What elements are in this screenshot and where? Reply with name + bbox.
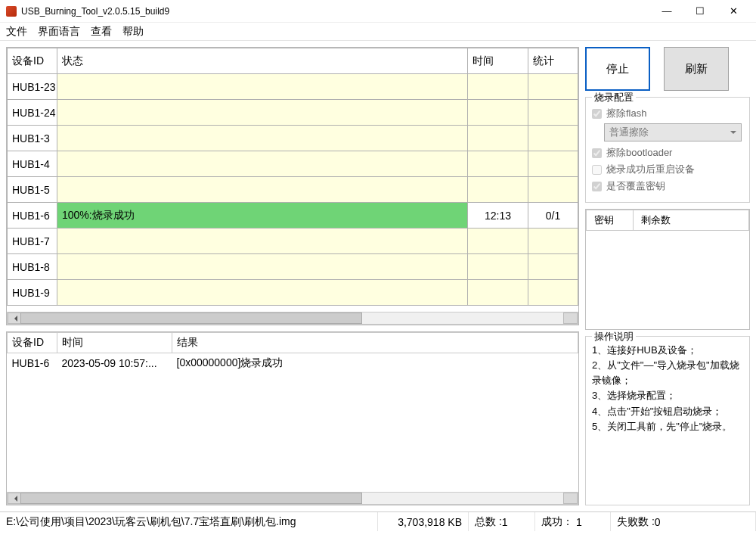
instruction-line: 2、从"文件"—"导入烧录包"加载烧录镜像；	[592, 358, 743, 388]
table-row[interactable]: HUB1-62023-05-09 10:57:...[0x00000000]烧录…	[8, 353, 578, 374]
cell-stat	[528, 254, 578, 280]
status-total: 总数 :1	[469, 512, 535, 531]
instruction-line: 1、连接好HUB及设备；	[592, 343, 743, 358]
log-table: 设备ID 时间 结果 HUB1-62023-05-09 10:57:...[0x…	[7, 332, 578, 373]
table-row[interactable]: HUB1-4	[8, 151, 578, 177]
erase-mode-select[interactable]: 普通擦除	[604, 123, 742, 141]
cell-time	[468, 151, 528, 177]
table-row[interactable]: HUB1-24	[8, 100, 578, 126]
status-bar: E:\公司使用\项目\2023\玩客云\刷机包\7.7宝塔直刷\刷机包.img …	[0, 511, 756, 531]
cell-device-id: HUB1-3	[8, 126, 57, 151]
cell-status	[57, 177, 468, 203]
col-stat[interactable]: 统计	[528, 48, 578, 74]
erase-flash-checkbox[interactable]	[592, 109, 602, 119]
cell-status	[57, 74, 468, 100]
col-time[interactable]: 时间	[468, 48, 528, 74]
cell-time	[468, 254, 528, 280]
instruction-line: 3、选择烧录配置；	[592, 388, 743, 403]
cell-stat	[528, 280, 578, 306]
log-col-id[interactable]: 设备ID	[8, 333, 57, 353]
cell-status	[57, 151, 468, 177]
log-col-result[interactable]: 结果	[172, 333, 578, 353]
window-title: USB_Burning_Tool_v2.0.5.15_build9	[21, 6, 650, 17]
key-table-panel: 密钥 剩余数	[585, 209, 750, 330]
cell-stat	[528, 229, 578, 254]
cell-device-id: HUB1-23	[8, 74, 57, 100]
log-scrollbar[interactable]	[7, 492, 578, 505]
config-title: 烧录配置	[592, 91, 636, 104]
col-status[interactable]: 状态	[57, 48, 468, 74]
key-table: 密钥 剩余数	[586, 210, 749, 231]
cell-log-result: [0x00000000]烧录成功	[172, 353, 578, 374]
table-row[interactable]: HUB1-6100%:烧录成功12:130/1	[8, 203, 578, 229]
cell-log-time: 2023-05-09 10:57:...	[57, 353, 172, 374]
instruction-line: 5、关闭工具前，先"停止"烧录。	[592, 419, 743, 434]
instructions-title: 操作说明	[592, 330, 636, 344]
cell-status	[57, 254, 468, 280]
cell-device-id: HUB1-7	[8, 229, 57, 254]
maximize-button[interactable]: ☐	[683, 1, 717, 22]
cell-stat	[528, 74, 578, 100]
cell-status	[57, 280, 468, 306]
refresh-button[interactable]: 刷新	[664, 47, 729, 91]
menu-file[interactable]: 文件	[6, 25, 27, 39]
burn-config-group: 烧录配置 擦除flash 普通擦除 擦除bootloader 烧录成功后重启设备…	[585, 97, 750, 203]
status-size: 3,703,918 KB	[378, 512, 469, 531]
cell-time	[468, 280, 528, 306]
status-success: 成功： 1	[535, 512, 611, 531]
status-path: E:\公司使用\项目\2023\玩客云\刷机包\7.7宝塔直刷\刷机包.img	[0, 512, 378, 531]
cell-time	[468, 74, 528, 100]
cell-time	[468, 229, 528, 254]
cell-device-id: HUB1-4	[8, 151, 57, 177]
table-row[interactable]: HUB1-23	[8, 74, 578, 100]
cell-stat	[528, 126, 578, 151]
cell-status: 100%:烧录成功	[57, 203, 468, 229]
cell-device-id: HUB1-9	[8, 280, 57, 306]
overwrite-key-checkbox[interactable]	[592, 182, 602, 191]
menu-bar: 文件 界面语言 查看 帮助	[0, 23, 756, 41]
cell-stat	[528, 177, 578, 203]
cell-time	[468, 100, 528, 126]
cell-time: 12:13	[468, 203, 528, 229]
instructions-panel: 操作说明 1、连接好HUB及设备； 2、从"文件"—"导入烧录包"加载烧录镜像；…	[585, 336, 750, 505]
cell-status	[57, 100, 468, 126]
cell-status	[57, 229, 468, 254]
instruction-line: 4、点击"开始"按钮启动烧录；	[592, 404, 743, 419]
col-device-id[interactable]: 设备ID	[8, 48, 57, 74]
table-row[interactable]: HUB1-7	[8, 229, 578, 254]
menu-help[interactable]: 帮助	[122, 25, 144, 39]
cell-status	[57, 126, 468, 151]
app-icon	[6, 6, 17, 17]
menu-view[interactable]: 查看	[91, 25, 112, 39]
device-scrollbar[interactable]	[7, 312, 578, 325]
cell-device-id: HUB1-8	[8, 254, 57, 280]
table-row[interactable]: HUB1-8	[8, 254, 578, 280]
status-fail: 失败数 :0	[611, 512, 756, 531]
chevron-down-icon	[730, 131, 736, 137]
cell-device-id: HUB1-5	[8, 177, 57, 203]
menu-language[interactable]: 界面语言	[38, 25, 80, 39]
device-table-panel: 设备ID 状态 时间 统计 HUB1-23HUB1-24HUB1-3HUB1-4…	[6, 47, 579, 325]
title-bar: USB_Burning_Tool_v2.0.5.15_build9 — ☐ ✕	[0, 0, 756, 23]
erase-bootloader-checkbox[interactable]	[592, 148, 602, 158]
cell-log-id: HUB1-6	[8, 353, 57, 374]
cell-time	[468, 126, 528, 151]
table-row[interactable]: HUB1-3	[8, 126, 578, 151]
table-row[interactable]: HUB1-9	[8, 280, 578, 306]
cell-device-id: HUB1-6	[8, 203, 57, 229]
log-table-panel: 设备ID 时间 结果 HUB1-62023-05-09 10:57:...[0x…	[6, 331, 579, 505]
cell-stat	[528, 100, 578, 126]
log-col-time[interactable]: 时间	[57, 333, 172, 353]
key-col[interactable]: 密钥	[587, 210, 634, 231]
cell-device-id: HUB1-24	[8, 100, 57, 126]
close-button[interactable]: ✕	[717, 1, 750, 22]
minimize-button[interactable]: —	[650, 1, 683, 22]
cell-time	[468, 177, 528, 203]
cell-stat	[528, 151, 578, 177]
table-row[interactable]: HUB1-5	[8, 177, 578, 203]
cell-stat: 0/1	[528, 203, 578, 229]
remain-col[interactable]: 剩余数	[634, 210, 749, 231]
stop-button[interactable]: 停止	[585, 47, 650, 91]
device-table: 设备ID 状态 时间 统计 HUB1-23HUB1-24HUB1-3HUB1-4…	[7, 48, 578, 306]
reboot-after-checkbox[interactable]	[592, 165, 602, 175]
